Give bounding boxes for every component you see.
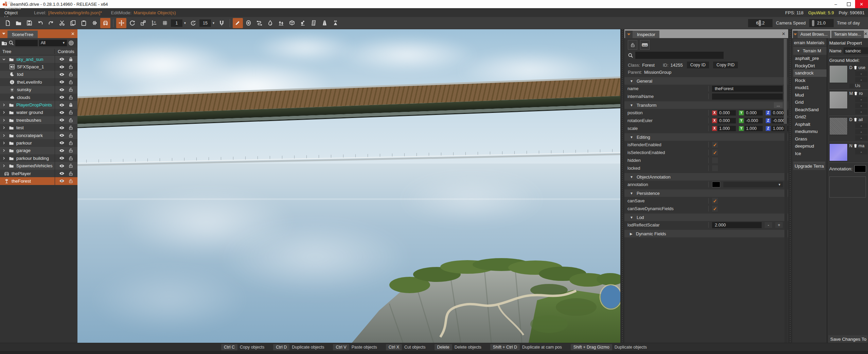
material-item-ice[interactable]: Ice xyxy=(793,150,827,157)
water-drop-button[interactable] xyxy=(265,18,276,28)
material-name-field[interactable]: sandroc xyxy=(844,47,868,54)
forest-button[interactable] xyxy=(276,18,286,28)
visibility-eye-icon[interactable] xyxy=(59,178,65,184)
material-item-rock[interactable]: Rock xyxy=(793,77,827,84)
river-button[interactable] xyxy=(309,18,319,28)
tree-row-sky_and_sun[interactable]: sky_and_sun xyxy=(0,55,77,63)
save-button[interactable] xyxy=(24,18,34,28)
lock-open-icon[interactable] xyxy=(68,95,73,100)
material-item-grid[interactable]: Grid xyxy=(793,99,827,106)
magnet-button[interactable] xyxy=(217,18,227,28)
move-button[interactable] xyxy=(116,18,126,28)
chevron-right-icon[interactable] xyxy=(0,125,7,130)
lock-open-icon[interactable] xyxy=(68,72,73,77)
visibility-eye-icon[interactable] xyxy=(59,72,65,77)
material-item-deepmud[interactable]: deepmud xyxy=(793,142,827,150)
internalName-field[interactable] xyxy=(712,94,783,100)
slot-minus-button[interactable]: - xyxy=(855,123,867,128)
visibility-eye-icon[interactable] xyxy=(59,79,65,85)
tree-row-thelevelinfo[interactable]: theLevelInfo xyxy=(0,78,77,86)
lock-open-icon[interactable] xyxy=(628,40,637,50)
slot-minus-button[interactable]: - xyxy=(855,77,867,82)
chevron-right-icon[interactable] xyxy=(0,141,7,145)
material-item-grid2[interactable]: Grid2 xyxy=(793,113,827,121)
lock-open-icon[interactable] xyxy=(68,171,73,176)
viewport-3d[interactable] xyxy=(77,29,620,343)
inspector-scrollbar[interactable] xyxy=(784,38,787,343)
material-item-mediummu[interactable]: mediummu xyxy=(793,128,827,135)
panel-menu-icon[interactable] xyxy=(793,31,798,38)
visibility-eye-icon[interactable] xyxy=(59,133,65,138)
trash-icon[interactable] xyxy=(853,91,858,96)
copy-pid-button[interactable]: Copy PID xyxy=(713,62,738,68)
material-item-mudd1[interactable]: mudd1 xyxy=(793,84,827,91)
annotation-dropdown[interactable]: ▼ xyxy=(723,182,783,187)
rotate-button[interactable] xyxy=(127,18,137,28)
locked-checkbox[interactable] xyxy=(712,165,718,171)
tree-row-clouds[interactable]: clouds xyxy=(0,94,77,101)
visibility-eye-icon[interactable] xyxy=(59,140,65,146)
lock-open-icon[interactable] xyxy=(68,80,73,85)
close-icon[interactable]: ✕ xyxy=(71,31,75,36)
lodReflectScalar-field[interactable]: 2.000 xyxy=(712,222,762,228)
close-icon[interactable]: ✕ xyxy=(864,31,868,36)
lock-open-icon[interactable] xyxy=(68,148,73,153)
name-field[interactable]: theForest xyxy=(712,86,783,92)
snap-width-button[interactable]: w xyxy=(149,18,159,28)
lock-open-icon[interactable] xyxy=(68,87,73,92)
lock-open-icon[interactable] xyxy=(68,133,73,138)
rotationEuler-x-field[interactable]: 0.000 xyxy=(718,118,736,123)
diffuse-texture-thumbnail[interactable] xyxy=(829,65,848,83)
section-header-persistence[interactable]: ▼Persistence xyxy=(624,189,788,197)
slot-minus-button[interactable]: - xyxy=(855,103,867,108)
scale-y-field[interactable]: 1.000 xyxy=(745,126,763,131)
trash-icon[interactable] xyxy=(853,65,858,70)
splitter-handle[interactable] xyxy=(620,29,624,343)
level-value[interactable]: [/levels/crawling/info.json]* xyxy=(48,10,102,15)
material-item-sandrock[interactable]: sandrock xyxy=(793,69,827,77)
lock-open-icon[interactable] xyxy=(68,125,73,130)
visibility-eye-icon[interactable] xyxy=(59,171,65,176)
mesh-cube-button[interactable] xyxy=(287,18,297,28)
tab-inspector[interactable]: Inspector xyxy=(633,31,659,38)
maximize-button[interactable] xyxy=(842,0,855,8)
tree-row-sunsky[interactable]: sunsky xyxy=(0,86,77,94)
tab-asset-browser[interactable]: Asset Brows... xyxy=(798,31,830,38)
paste-button[interactable] xyxy=(78,18,89,28)
character-button[interactable] xyxy=(298,18,308,28)
tab-terrain-materials[interactable]: Terrain Mate... xyxy=(831,31,864,38)
visibility-eye-icon[interactable] xyxy=(59,64,65,70)
scale-x-field[interactable]: 1.000 xyxy=(718,126,736,131)
time-of-day-field[interactable]: 21.0 xyxy=(809,19,834,27)
isRenderEnabled-checkbox[interactable]: ✓ xyxy=(712,142,718,148)
tree-row-water-ground[interactable]: water ground xyxy=(0,109,77,116)
section-header-objectannotation[interactable]: ▼ObjectAnnotation xyxy=(624,173,788,181)
tree-row-parkour[interactable]: parkour xyxy=(0,139,77,147)
chevron-right-icon[interactable] xyxy=(0,103,7,107)
upgrade-terrain-button[interactable]: Upgrade Terra xyxy=(793,162,825,170)
tab-scenetree[interactable]: SceneTree xyxy=(7,31,38,38)
canSaveDynamicFields-checkbox[interactable]: ✓ xyxy=(712,206,718,212)
visibility-eye-icon[interactable] xyxy=(59,56,65,62)
tree-row-treesbushes[interactable]: treesbushes xyxy=(0,116,77,124)
section-header-general[interactable]: ▼General xyxy=(624,77,788,85)
snap-grid-button[interactable] xyxy=(160,18,170,28)
tree-row-tod[interactable]: tod xyxy=(0,71,77,78)
path-button[interactable] xyxy=(254,18,265,28)
grid-snap-size-dropdown[interactable]: 1 xyxy=(171,19,182,27)
menu-item-object[interactable]: Object xyxy=(0,10,25,15)
section-header-dynamic-fields[interactable]: ▶Dynamic Fields xyxy=(624,230,788,237)
scale-button[interactable] xyxy=(138,18,148,28)
tree-row-garage[interactable]: garage xyxy=(0,147,77,154)
chevron-right-icon[interactable] xyxy=(0,118,7,122)
cut-button[interactable] xyxy=(57,18,67,28)
tree-row-concratepark[interactable]: concratepark xyxy=(0,132,77,139)
trash-icon[interactable] xyxy=(853,144,858,148)
slot-minus-button[interactable]: - xyxy=(855,149,867,154)
visibility-eye-icon[interactable] xyxy=(59,155,65,161)
new-badge-icon[interactable]: NEW xyxy=(640,40,650,50)
chevron-down-icon[interactable] xyxy=(0,57,7,62)
terrain-paint-button[interactable] xyxy=(233,18,243,28)
visibility-eye-icon[interactable] xyxy=(59,102,65,108)
visibility-eye-icon[interactable] xyxy=(59,110,65,115)
